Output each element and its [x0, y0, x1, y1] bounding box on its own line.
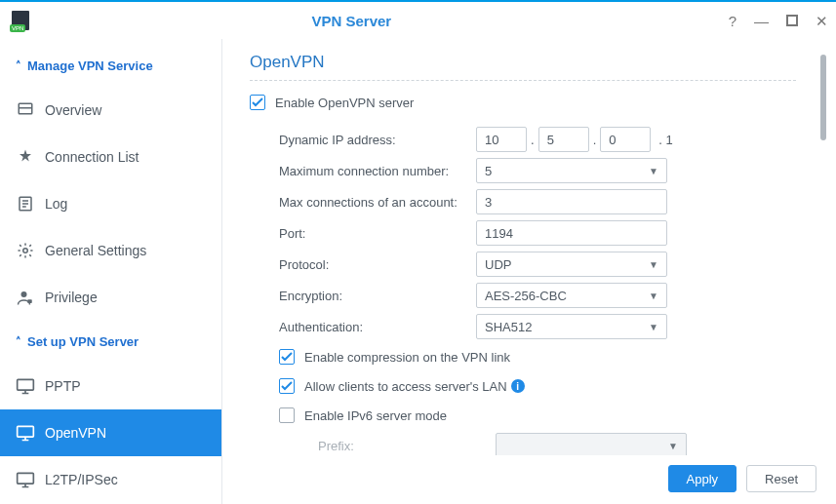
sidebar-item-log[interactable]: Log: [0, 180, 221, 227]
svg-rect-7: [18, 473, 34, 484]
label-max-conn: Maximum connection number:: [279, 164, 476, 178]
auth-select[interactable]: SHA512 ▼: [476, 314, 667, 339]
section-manage[interactable]: ˄ Manage VPN Service: [0, 45, 221, 87]
select-value: UDP: [485, 257, 511, 272]
svg-point-3: [21, 291, 27, 297]
help-icon[interactable]: ?: [729, 14, 736, 28]
port-input[interactable]: [476, 220, 667, 246]
sidebar-item-label: PPTP: [45, 378, 81, 394]
sidebar-item-openvpn[interactable]: OpenVPN: [0, 409, 221, 456]
sidebar-item-label: Log: [45, 196, 67, 212]
content: OpenVPN Enable OpenVPN server Dynamic IP…: [222, 39, 836, 504]
sidebar-item-label: Overview: [45, 102, 101, 118]
allow-lan-row[interactable]: Allow clients to access server's LAN i: [279, 371, 818, 401]
app-icon: [12, 11, 29, 30]
chevron-down-icon: ▼: [668, 441, 678, 451]
sidebar-item-pptp[interactable]: PPTP: [0, 363, 221, 409]
ip-dot: .: [593, 133, 597, 147]
overview-icon: [16, 100, 35, 120]
ip-dot: .: [531, 133, 535, 147]
enable-label: Enable OpenVPN server: [275, 96, 414, 110]
connection-icon: [16, 147, 35, 167]
apply-button[interactable]: Apply: [668, 465, 737, 492]
restore-icon[interactable]: [786, 15, 798, 26]
monitor-icon: [16, 376, 35, 396]
chevron-up-icon: ˄: [16, 59, 21, 72]
ipv6-row[interactable]: Enable IPv6 server mode: [279, 401, 818, 430]
svg-rect-5: [18, 379, 34, 390]
log-icon: [16, 194, 35, 213]
info-icon[interactable]: i: [511, 379, 525, 393]
divider: [250, 80, 796, 81]
max-conn-select[interactable]: 5 ▼: [476, 158, 667, 183]
sidebar: ˄ Manage VPN Service Overview Connection…: [0, 39, 222, 504]
chevron-down-icon: ▼: [649, 291, 658, 301]
section-title: Set up VPN Server: [27, 334, 139, 349]
sidebar-item-label: Privilege: [45, 290, 98, 305]
user-lock-icon: [16, 288, 35, 307]
panel-title: OpenVPN: [250, 53, 818, 72]
sidebar-item-label: OpenVPN: [45, 425, 106, 441]
checkbox-allow-lan[interactable]: [279, 378, 295, 394]
label-auth: Authentication:: [279, 320, 476, 334]
label-dynamic-ip: Dynamic IP address:: [279, 133, 476, 147]
gear-icon: [16, 241, 35, 260]
section-title: Manage VPN Service: [27, 58, 153, 73]
monitor-icon: [16, 470, 35, 489]
checkbox-compression[interactable]: [279, 349, 295, 365]
section-setup[interactable]: ˄ Set up VPN Server: [0, 321, 221, 363]
chevron-down-icon: ▼: [649, 166, 658, 176]
ip-octet-2[interactable]: [538, 127, 589, 152]
label-port: Port:: [279, 226, 476, 241]
sidebar-item-label: General Settings: [45, 243, 146, 258]
checkbox-ipv6[interactable]: [279, 407, 295, 423]
sidebar-item-l2tp[interactable]: L2TP/IPSec: [0, 456, 221, 503]
sidebar-item-label: L2TP/IPSec: [45, 472, 118, 487]
compression-row[interactable]: Enable compression on the VPN link: [279, 342, 818, 371]
label-ipv6: Enable IPv6 server mode: [304, 408, 447, 423]
minimize-icon[interactable]: —: [754, 14, 769, 28]
form: Dynamic IP address: . . . 1 Maximum conn…: [250, 124, 818, 455]
protocol-select[interactable]: UDP ▼: [476, 252, 667, 277]
label-compression: Enable compression on the VPN link: [304, 350, 510, 365]
chevron-up-icon: ˄: [16, 335, 21, 348]
titlebar: VPN Server ? — ✕: [0, 0, 836, 39]
sidebar-item-general-settings[interactable]: General Settings: [0, 227, 221, 274]
svg-point-2: [23, 249, 28, 253]
svg-rect-4: [27, 299, 32, 303]
window-title: VPN Server: [33, 13, 670, 29]
label-max-acct: Max connections of an account:: [279, 195, 476, 210]
sidebar-item-overview[interactable]: Overview: [0, 87, 221, 134]
svg-rect-6: [18, 426, 34, 437]
sidebar-item-connection-list[interactable]: Connection List: [0, 134, 221, 180]
ip-octet-1[interactable]: [476, 127, 527, 152]
label-encryption: Encryption:: [279, 289, 476, 303]
label-prefix: Prefix:: [299, 439, 496, 453]
chevron-down-icon: ▼: [649, 322, 658, 332]
ip-octet-3[interactable]: [600, 127, 651, 152]
checkbox-enable[interactable]: [250, 95, 265, 110]
label-protocol: Protocol:: [279, 257, 476, 272]
chevron-down-icon: ▼: [649, 259, 658, 270]
select-value: 5: [485, 164, 492, 178]
select-value: SHA512: [485, 320, 532, 334]
sidebar-item-privilege[interactable]: Privilege: [0, 274, 221, 321]
footer: Apply Reset: [222, 465, 828, 492]
reset-button[interactable]: Reset: [746, 465, 816, 492]
ip-suffix: . 1: [658, 133, 672, 147]
select-value: AES-256-CBC: [485, 289, 567, 303]
sidebar-item-label: Connection List: [45, 149, 139, 165]
window-controls: ? — ✕: [729, 14, 828, 28]
scrollbar[interactable]: [820, 55, 826, 140]
label-allow-lan: Allow clients to access server's LAN: [304, 379, 507, 394]
enable-openvpn-row[interactable]: Enable OpenVPN server: [250, 95, 818, 110]
max-acct-input[interactable]: [476, 189, 667, 214]
scroll-area: OpenVPN Enable OpenVPN server Dynamic IP…: [222, 47, 828, 455]
prefix-select: ▼: [496, 433, 687, 455]
close-icon[interactable]: ✕: [816, 14, 828, 28]
monitor-icon: [16, 423, 35, 443]
encryption-select[interactable]: AES-256-CBC ▼: [476, 283, 667, 308]
